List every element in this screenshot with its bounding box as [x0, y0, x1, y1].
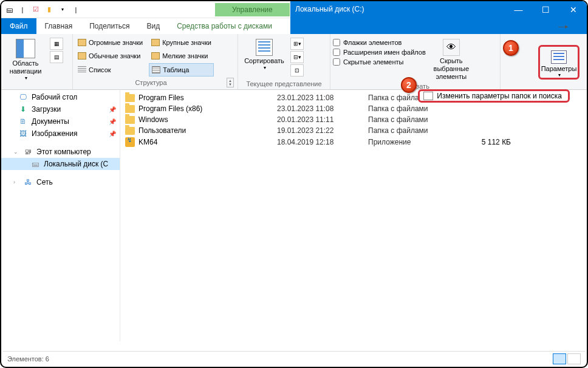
- large-icons-view-button[interactable]: [567, 353, 581, 364]
- expand-icon[interactable]: ⌄: [13, 149, 19, 155]
- qat-separator: |: [17, 4, 28, 15]
- checkbox-item-checkboxes[interactable]: Флажки элементов: [333, 38, 426, 47]
- hide-icon: 👁: [443, 39, 460, 56]
- folder-icon: [125, 105, 135, 113]
- documents-icon: 🗎: [18, 117, 28, 126]
- application-icon: [125, 137, 135, 147]
- folder-icon: [125, 116, 135, 124]
- details-view-button[interactable]: [553, 353, 566, 364]
- download-icon: ⬇: [18, 105, 28, 114]
- details-pane-button[interactable]: ▤: [50, 51, 63, 63]
- group-current-view: Сортировать ▾ ⊞▾ ⊟▾ ⊡ Текущее представле…: [238, 34, 330, 89]
- window-title: Локальный диск (C:): [295, 5, 364, 13]
- ribbon-tabs: Файл Главная Поделиться Вид Средства раб…: [1, 18, 587, 34]
- navigation-pane-icon: [16, 39, 35, 58]
- navigation-tree: 🖵Рабочий стол ⬇Загрузки📌 🗎Документы📌 🖼Из…: [1, 90, 120, 341]
- file-date: 23.01.2023 11:08: [277, 94, 368, 102]
- file-name-text: Program Files (x86): [138, 104, 202, 113]
- qat-separator2: |: [70, 4, 81, 15]
- file-name-text: Program Files: [138, 94, 184, 102]
- content-area: 🖵Рабочий стол ⬇Загрузки📌 🗎Документы📌 🖼Из…: [1, 90, 587, 341]
- minimize-ribbon-icon[interactable]: —▸: [558, 22, 569, 30]
- pin-icon: 📌: [109, 106, 116, 113]
- group-by-button[interactable]: ⊞▾: [290, 38, 304, 50]
- pin-icon: 📌: [109, 118, 116, 125]
- pc-icon: 🖳: [23, 148, 33, 156]
- tree-documents[interactable]: 🗎Документы📌: [1, 115, 120, 128]
- hide-selected-button[interactable]: 👁 Скрыть выбранные элементы: [428, 36, 474, 81]
- file-name-text: Пользователи: [138, 126, 186, 135]
- layout-huge-icons[interactable]: Огромные значки: [75, 36, 145, 49]
- desktop-icon: 🖵: [18, 93, 28, 101]
- network-icon: 🖧: [23, 178, 33, 186]
- expand-icon[interactable]: ›: [13, 179, 19, 185]
- tab-file[interactable]: Файл: [1, 18, 36, 34]
- close-button[interactable]: ✕: [559, 1, 587, 18]
- disk-icon: 🖴: [30, 160, 40, 168]
- file-row[interactable]: KM6418.04.2019 12:18Приложение5 112 КБ: [125, 136, 582, 148]
- pictures-icon: 🖼: [18, 129, 28, 138]
- folder-icon: [125, 94, 135, 102]
- minimize-button[interactable]: —: [505, 1, 532, 18]
- layout-large-icons[interactable]: Крупные значки: [149, 36, 214, 49]
- file-date: 23.01.2023 11:08: [277, 104, 368, 113]
- folder-icon[interactable]: ▮: [44, 4, 55, 15]
- layout-scroll[interactable]: ▲▼: [227, 78, 234, 87]
- sort-button[interactable]: Сортировать ▾: [241, 36, 288, 70]
- tree-pictures[interactable]: 🖼Изображения📌: [1, 128, 120, 140]
- checkbox-file-extensions[interactable]: Расширения имен файлов: [333, 47, 426, 57]
- change-folder-options-icon: [423, 92, 433, 100]
- file-size: 5 112 КБ: [456, 138, 511, 146]
- tree-downloads[interactable]: ⬇Загрузки📌: [1, 103, 120, 115]
- disk-icon: 🖴: [4, 4, 15, 15]
- contextual-tab-manage[interactable]: Управление: [215, 3, 290, 16]
- ribbon: Область навигации ▾ ▦ ▤ Огромные значки …: [1, 34, 587, 90]
- file-name-text: KM64: [138, 138, 157, 146]
- file-type: Папка с файлами: [368, 115, 456, 124]
- chevron-down-icon: ▾: [558, 72, 561, 78]
- tree-network[interactable]: ›🖧Сеть: [1, 176, 120, 188]
- sort-icon: [256, 39, 273, 56]
- file-type: Папка с файлами: [368, 126, 456, 135]
- pin-icon: 📌: [109, 131, 116, 137]
- file-row[interactable]: Windows20.01.2023 11:11Папка с файлами: [125, 114, 582, 125]
- preview-pane-button[interactable]: ▦: [50, 38, 63, 50]
- annotation-badge-1: 1: [503, 40, 519, 56]
- tab-disk-tools[interactable]: Средства работы с дисками: [168, 18, 281, 34]
- file-date: 20.01.2023 11:11: [277, 115, 368, 124]
- group-panes-label: [4, 81, 70, 91]
- layout-table[interactable]: Таблица: [149, 63, 214, 77]
- file-row[interactable]: Пользователи19.01.2023 21:22Папка с файл…: [125, 125, 582, 136]
- checkbox-hidden-items[interactable]: Скрытые элементы: [333, 57, 426, 67]
- tree-desktop[interactable]: 🖵Рабочий стол: [1, 91, 120, 103]
- tab-share[interactable]: Поделиться: [81, 18, 138, 34]
- file-list: Program Files23.01.2023 11:08Папка с фай…: [120, 90, 587, 341]
- file-date: 19.01.2023 21:22: [277, 126, 368, 135]
- group-layout: Огромные значки Крупные значки Обычные з…: [73, 34, 238, 89]
- file-type: Папка с файлами: [368, 104, 456, 113]
- size-columns-button[interactable]: ⊡: [290, 64, 304, 77]
- view-options: ⊞▾ ⊟▾ ⊡: [290, 36, 304, 77]
- status-bar: Элементов: 6: [2, 351, 586, 366]
- checkbox-icon[interactable]: ☑: [30, 4, 41, 15]
- file-row[interactable]: Program Files (x86)23.01.2023 11:08Папка…: [125, 103, 582, 114]
- layout-medium-icons[interactable]: Обычные значки: [75, 50, 145, 62]
- group-current-view-label: Текущее представление: [241, 79, 327, 89]
- tree-this-pc[interactable]: ⌄🖳Этот компьютер: [1, 146, 120, 158]
- options-button[interactable]: Параметры ▾: [538, 45, 579, 80]
- tab-view[interactable]: Вид: [138, 18, 168, 34]
- tab-home[interactable]: Главная: [36, 18, 81, 34]
- maximize-button[interactable]: ☐: [532, 1, 559, 18]
- options-dropdown-item[interactable]: Изменить параметры папок и поиска: [418, 89, 570, 103]
- file-type: Приложение: [368, 138, 456, 146]
- chevron-down-icon: ▾: [264, 65, 266, 70]
- pane-options: ▦ ▤: [50, 36, 63, 63]
- layout-small-icons[interactable]: Мелкие значки: [149, 50, 214, 62]
- add-columns-button[interactable]: ⊟▾: [290, 51, 304, 63]
- file-date: 18.04.2019 12:18: [277, 138, 368, 146]
- tree-local-disk-c[interactable]: 🖴Локальный диск (C: [1, 158, 120, 170]
- navigation-pane-button[interactable]: Область навигации ▾: [4, 36, 47, 81]
- layout-list[interactable]: Список: [75, 63, 145, 77]
- qat-dropdown-icon[interactable]: ▾: [57, 4, 68, 15]
- help-icon[interactable]: ?: [572, 21, 582, 31]
